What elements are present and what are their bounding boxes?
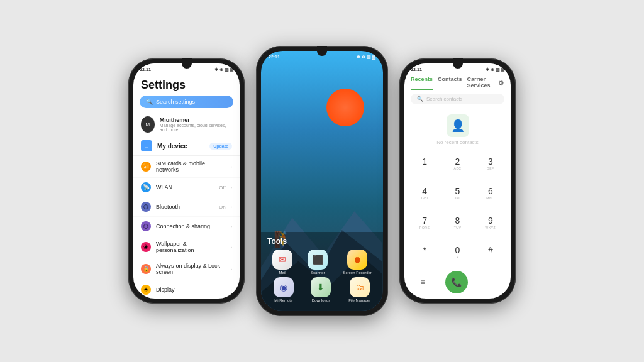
dial-num-3: 3: [488, 157, 493, 166]
dial-key-6[interactable]: 6 MNO: [474, 178, 507, 208]
my-device-item[interactable]: □ My device Update: [133, 136, 240, 156]
update-badge[interactable]: Update: [209, 143, 232, 150]
dial-num-1: 1: [422, 157, 427, 166]
app-miremote[interactable]: ◉ Mi Remote: [274, 277, 294, 302]
settings-screen: 22:11 ✱ ⊛ ▥ ▓ Settings 🔍 Search settings…: [133, 63, 240, 299]
chevron-right-icon: ›: [231, 185, 232, 190]
recorder-label: Screen Recorder: [343, 271, 372, 275]
settings-title: Settings: [133, 74, 240, 96]
dial-key-star[interactable]: *: [408, 238, 441, 267]
app-filemanager[interactable]: 🗂 File Manager: [348, 277, 370, 302]
dial-key-1[interactable]: 1: [408, 149, 441, 178]
account-item[interactable]: M Miuithemer Manage accounts, cloud serv…: [133, 113, 240, 136]
apps-row-1: ✉ Mail ⬛ Scanner ⏺ Screen Recorder: [265, 250, 379, 275]
dial-letters-7: PQRS: [419, 226, 430, 230]
menu-item-bluetooth[interactable]: ⬡ Bluetooth On ›: [133, 197, 240, 217]
search-contacts-icon: 🔍: [417, 96, 423, 102]
dial-letters-5: JKL: [454, 196, 460, 200]
grid-icon[interactable]: ⋯: [487, 278, 494, 287]
phone1-notch: [182, 58, 192, 69]
dial-letters-6: MNO: [486, 196, 494, 200]
status-icons-2: ✱ ⊛ ▥ ▓: [357, 55, 375, 60]
menu-item-lock[interactable]: 🔒 Always-on display & Lock screen ›: [133, 258, 240, 280]
tab-carrier[interactable]: Carrier Services: [467, 76, 498, 90]
home-screen: 22:11 ✱ ⊛ ▥ ▓ 🧗 Tools ✉ Mail: [261, 51, 383, 311]
app-downloads[interactable]: ⬇ Downloads: [311, 277, 331, 302]
mail-icon: ✉: [272, 250, 292, 270]
dial-num-8: 8: [455, 216, 460, 225]
settings-search-bar[interactable]: 🔍 Search settings: [140, 96, 233, 108]
display-icon: ☀: [141, 285, 151, 295]
menu-item-sim[interactable]: 📶 SIM cards & mobile networks ›: [133, 156, 240, 178]
hamburger-icon[interactable]: ≡: [421, 278, 425, 287]
dial-letters-3: DEF: [487, 167, 494, 171]
dial-key-2[interactable]: 2 ABC: [441, 149, 474, 178]
bluetooth-label: Bluetooth: [156, 204, 214, 210]
gear-icon[interactable]: ⚙: [498, 79, 504, 87]
contacts-search-bar[interactable]: 🔍 Search contacts: [411, 94, 504, 104]
dial-key-8[interactable]: 8 TUV: [441, 208, 474, 238]
dial-num-9: 9: [488, 216, 493, 225]
connection-label: Connection & sharing: [156, 223, 226, 229]
search-icon: 🔍: [146, 99, 153, 105]
dial-num-6: 6: [488, 187, 493, 195]
dial-num-hash: #: [488, 246, 493, 255]
dial-key-4[interactable]: 4 GHI: [408, 178, 441, 208]
recorder-icon: ⏺: [347, 250, 367, 270]
dial-num-5: 5: [455, 187, 460, 195]
menu-item-wlan[interactable]: 📡 WLAN Off ›: [133, 178, 240, 197]
app-mail[interactable]: ✉ Mail: [272, 250, 292, 275]
dial-key-hash[interactable]: #: [474, 238, 507, 267]
phone-settings: 22:11 ✱ ⊛ ▥ ▓ Settings 🔍 Search settings…: [128, 58, 245, 304]
sim-label: SIM cards & mobile networks: [156, 160, 226, 173]
phone2-notch: [317, 46, 327, 56]
scanner-label: Scanner: [311, 271, 325, 275]
call-button[interactable]: 📞: [445, 271, 468, 293]
app-recorder[interactable]: ⏺ Screen Recorder: [343, 250, 372, 275]
menu-item-wallpaper[interactable]: ❀ Wallpaper & personalization ›: [133, 236, 240, 258]
phone-dialer: 22:11 ✱ ⊛ ▥ ▓ Recents Contacts Carrier S…: [399, 58, 516, 304]
wallpaper-label: Wallpaper & personalization: [156, 241, 226, 253]
menu-item-display[interactable]: ☀ Display ›: [133, 280, 240, 299]
device-icon: □: [141, 140, 152, 151]
display-label: Display: [156, 287, 226, 293]
device-label: My device: [157, 143, 204, 150]
wallpaper-icon: ❀: [141, 242, 151, 252]
miremote-icon: ◉: [274, 277, 294, 297]
tab-recents[interactable]: Recents: [411, 76, 433, 90]
no-recent-text: No recent contacts: [436, 140, 479, 145]
dial-num-7: 7: [422, 216, 427, 225]
miremote-label: Mi Remote: [274, 299, 292, 302]
dial-key-0[interactable]: 0 +: [441, 238, 474, 267]
dial-key-9[interactable]: 9 WXYZ: [474, 208, 507, 238]
dial-letters-8: TUV: [454, 226, 462, 230]
chevron-right-icon: ›: [231, 165, 232, 169]
dial-letters-0: +: [457, 255, 458, 260]
dial-key-7[interactable]: 7 PQRS: [408, 208, 441, 238]
wlan-value: Off: [219, 185, 226, 190]
contact-placeholder-icon: 👤: [447, 114, 469, 137]
dialer-header: Recents Contacts Carrier Services ⚙: [404, 74, 511, 92]
lock-label: Always-on display & Lock screen: [156, 263, 226, 275]
no-recent-section: 👤 No recent contacts: [404, 108, 511, 149]
status-time-3: 22:11: [411, 67, 422, 72]
menu-item-connection[interactable]: ⬡ Connection & sharing ›: [133, 217, 240, 236]
connection-icon: ⬡: [141, 221, 151, 231]
account-text: Miuithemer Manage accounts, cloud servic…: [160, 117, 232, 132]
app-scanner[interactable]: ⬛ Scanner: [308, 250, 328, 275]
dial-key-3[interactable]: 3 DEF: [474, 149, 507, 178]
folder-title: Tools: [265, 237, 379, 246]
tab-contacts[interactable]: Contacts: [438, 76, 462, 90]
dial-key-5[interactable]: 5 JKL: [441, 178, 474, 208]
status-icons-1: ✱ ⊛ ▥ ▓: [214, 67, 233, 72]
search-contacts-placeholder: Search contacts: [426, 96, 462, 102]
dial-num-0: 0: [455, 246, 460, 255]
phone3-notch: [453, 58, 463, 69]
tools-folder[interactable]: Tools ✉ Mail ⬛ Scanner ⏺ Screen Recorder: [261, 232, 383, 311]
dial-letters-4: GHI: [421, 196, 428, 200]
filemanager-icon: 🗂: [350, 277, 370, 297]
lock-icon: 🔒: [141, 264, 151, 274]
downloads-icon: ⬇: [311, 277, 331, 297]
wlan-icon: 📡: [141, 182, 151, 192]
filemanager-label: File Manager: [348, 299, 370, 302]
